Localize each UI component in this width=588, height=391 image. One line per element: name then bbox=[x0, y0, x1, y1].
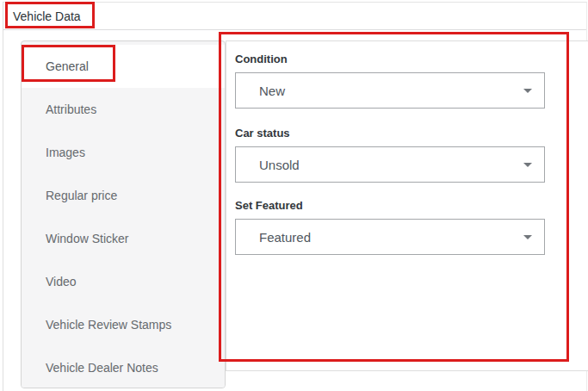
caret-down-icon bbox=[523, 163, 532, 167]
tab-vehicle-dealer-notes[interactable]: Vehicle Dealer Notes bbox=[22, 346, 225, 388]
car-status-label: Car status bbox=[235, 127, 545, 140]
vehicle-data-metabox: Vehicle Data General Attributes Images R… bbox=[3, 2, 587, 391]
page-title: Vehicle Data bbox=[13, 9, 81, 23]
tab-vehicle-review-stamps[interactable]: Vehicle Review Stamps bbox=[22, 303, 225, 346]
caret-down-icon bbox=[523, 89, 532, 93]
condition-field: Condition New bbox=[235, 53, 545, 109]
tab-window-sticker[interactable]: Window Sticker bbox=[22, 217, 225, 260]
tab-attributes[interactable]: Attributes bbox=[22, 88, 225, 131]
condition-select[interactable]: New bbox=[235, 72, 545, 109]
set-featured-field: Set Featured Featured bbox=[235, 199, 545, 255]
car-status-selected-value: Unsold bbox=[259, 158, 300, 172]
tab-regular-price[interactable]: Regular price bbox=[22, 174, 225, 217]
caret-down-icon bbox=[523, 235, 532, 239]
tab-general[interactable]: General bbox=[22, 45, 225, 88]
tab-content-general: Condition New Car status Unsold Set Feat… bbox=[226, 40, 588, 371]
condition-label: Condition bbox=[235, 53, 545, 65]
vertical-tab-list: General Attributes Images Regular price … bbox=[21, 40, 226, 388]
set-featured-label: Set Featured bbox=[235, 199, 545, 212]
tab-video[interactable]: Video bbox=[22, 260, 225, 303]
car-status-select[interactable]: Unsold bbox=[235, 146, 545, 183]
tab-images[interactable]: Images bbox=[22, 131, 225, 174]
condition-selected-value: New bbox=[259, 84, 285, 98]
car-status-field: Car status Unsold bbox=[235, 127, 545, 183]
set-featured-selected-value: Featured bbox=[259, 230, 311, 245]
metabox-header: Vehicle Data bbox=[3, 3, 586, 30]
set-featured-select[interactable]: Featured bbox=[235, 219, 545, 255]
